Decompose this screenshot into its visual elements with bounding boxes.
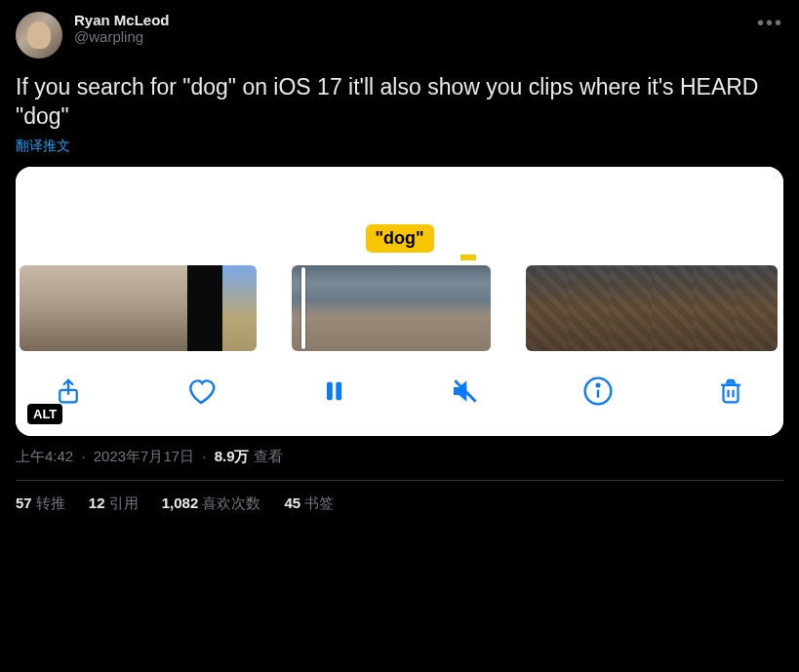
clip-frame: [526, 265, 568, 351]
post-date[interactable]: 2023年7月17日: [94, 448, 194, 464]
search-highlight-label: "dog": [365, 224, 433, 253]
heart-icon[interactable]: [183, 374, 219, 409]
clip-frame: [103, 265, 145, 351]
translate-link[interactable]: 翻译推文: [16, 138, 70, 155]
likes-count: 1,082: [162, 494, 199, 511]
svg-point-6: [597, 384, 600, 387]
svg-rect-7: [723, 385, 738, 403]
timeline-marker: [460, 255, 476, 260]
retweets-count: 57: [16, 494, 32, 511]
playhead[interactable]: [301, 267, 305, 349]
quotes-count: 12: [89, 494, 105, 511]
quotes-stat[interactable]: 12 引用: [89, 494, 139, 513]
clip-frame: [61, 265, 103, 351]
post-time[interactable]: 上午4:42: [16, 448, 73, 464]
likes-label: 喜欢次数: [202, 494, 260, 511]
clip-frame: [441, 265, 491, 351]
tweet-header: Ryan McLeod @warpling: [16, 12, 783, 59]
clip-frame: [568, 265, 610, 351]
avatar[interactable]: [16, 12, 62, 59]
tweet-text: If you search for "dog" on iOS 17 it'll …: [16, 72, 783, 131]
pause-icon[interactable]: [316, 374, 351, 409]
media-header: "dog": [16, 167, 783, 262]
clip-frame: [694, 265, 736, 351]
bookmarks-label: 书签: [304, 494, 334, 511]
views-label: 查看: [254, 448, 283, 464]
views-count: 8.9万: [215, 448, 250, 464]
tweet-container: ••• Ryan McLeod @warpling If you search …: [0, 0, 799, 525]
likes-stat[interactable]: 1,082 喜欢次数: [162, 494, 261, 513]
bookmarks-count: 45: [284, 494, 300, 511]
clip-frame: [187, 265, 221, 351]
clip-frame: [145, 265, 187, 351]
clip-group[interactable]: [20, 265, 257, 351]
media-toolbar: [16, 356, 783, 436]
meta-separator: ·: [202, 448, 206, 464]
clip-group[interactable]: [292, 265, 491, 351]
alt-badge[interactable]: ALT: [27, 404, 62, 424]
more-options-button[interactable]: •••: [757, 12, 783, 34]
user-block[interactable]: Ryan McLeod @warpling: [74, 12, 170, 45]
tweet-meta: 上午4:42 · 2023年7月17日 · 8.9万 查看: [16, 448, 783, 481]
clip-group[interactable]: [526, 265, 779, 351]
trash-icon[interactable]: [713, 374, 748, 409]
meta-separator: ·: [81, 448, 85, 464]
retweets-label: 转推: [36, 494, 65, 511]
clip-frame: [292, 265, 341, 351]
display-name: Ryan McLeod: [74, 12, 170, 28]
clip-frame: [391, 265, 441, 351]
clip-frame: [736, 265, 778, 351]
quotes-label: 引用: [109, 494, 139, 511]
engagement-stats: 57 转推 12 引用 1,082 喜欢次数 45 书签: [16, 481, 783, 513]
retweets-stat[interactable]: 57 转推: [16, 494, 65, 513]
svg-rect-2: [336, 382, 341, 401]
mute-icon[interactable]: [448, 374, 483, 409]
clip-frame: [341, 265, 391, 351]
clip-frame: [652, 265, 694, 351]
user-handle: @warpling: [74, 28, 170, 45]
clip-frame: [20, 265, 61, 351]
clip-frame: [222, 265, 257, 351]
info-icon[interactable]: [580, 374, 616, 409]
svg-rect-1: [327, 382, 333, 401]
bookmarks-stat[interactable]: 45 书签: [284, 494, 334, 513]
video-timeline: [16, 262, 783, 356]
clip-frame: [610, 265, 652, 351]
media-attachment[interactable]: "dog": [16, 167, 783, 436]
